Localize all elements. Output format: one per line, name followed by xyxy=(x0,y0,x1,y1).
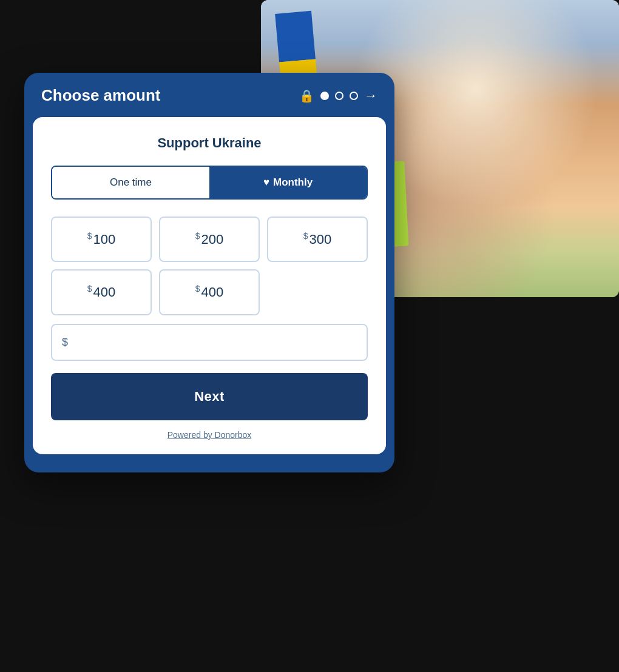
page-title: Choose amount xyxy=(41,86,289,105)
amount-button-300[interactable]: $300 xyxy=(267,217,368,262)
donation-widget: Choose amount 🔒 → Support Ukraine One ti… xyxy=(24,73,394,472)
amount-grid-row1: $100 $200 $300 xyxy=(51,217,368,262)
custom-amount-input[interactable] xyxy=(73,336,357,349)
dollar-sign: $ xyxy=(62,336,68,349)
step-dot-3 xyxy=(350,92,358,100)
powered-by: Powered by Donorbox xyxy=(51,430,368,440)
header-icons: 🔒 → xyxy=(299,88,377,104)
step-dot-2 xyxy=(335,92,343,100)
next-button[interactable]: Next xyxy=(51,373,368,420)
donation-card: Support Ukraine One time ♥Monthly $100 $… xyxy=(33,117,386,454)
amount-button-400a[interactable]: $400 xyxy=(51,269,152,315)
amount-button-400b[interactable]: $400 xyxy=(159,269,260,315)
campaign-title: Support Ukraine xyxy=(51,135,368,151)
widget-header: Choose amount 🔒 → xyxy=(24,73,394,117)
frequency-toggle: One time ♥Monthly xyxy=(51,166,368,200)
amount-grid-row2: $400 $400 xyxy=(51,269,368,315)
custom-amount-wrapper: $ xyxy=(51,324,368,361)
monthly-button[interactable]: ♥Monthly xyxy=(209,167,367,198)
donorbox-link[interactable]: Powered by Donorbox xyxy=(167,430,252,440)
step-dot-1 xyxy=(320,92,329,100)
one-time-button[interactable]: One time xyxy=(52,167,209,198)
heart-icon: ♥ xyxy=(263,176,269,188)
amount-button-100[interactable]: $100 xyxy=(51,217,152,262)
next-arrow-icon: → xyxy=(364,88,377,104)
lock-icon: 🔒 xyxy=(299,89,314,103)
amount-button-200[interactable]: $200 xyxy=(159,217,260,262)
